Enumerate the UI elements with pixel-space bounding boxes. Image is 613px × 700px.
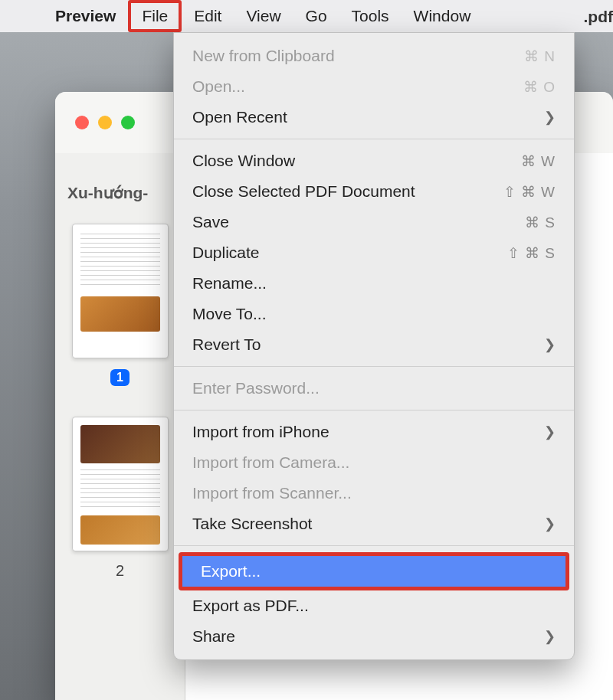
chevron-right-icon: ❯ <box>544 628 556 645</box>
menu-shortcut: ⇧ ⌘ W <box>503 183 556 201</box>
menubar-item-tools[interactable]: Tools <box>339 0 402 32</box>
menu-label: Open Recent <box>192 108 287 126</box>
thumbnail-sidebar: Xu-hướng- 1 2 <box>55 153 185 700</box>
export-highlight-annotation: Export... <box>179 552 569 590</box>
menu-item-open-recent[interactable]: Open Recent ❯ <box>174 102 574 132</box>
menubar-item-file[interactable]: File <box>128 0 182 32</box>
menu-label: Rename... <box>192 274 267 293</box>
chevron-right-icon: ❯ <box>544 515 556 532</box>
menu-item-open: Open... ⌘ O <box>174 71 574 102</box>
menu-item-duplicate[interactable]: Duplicate ⇧ ⌘ S <box>174 237 574 268</box>
menu-item-import-from-iphone[interactable]: Import from iPhone ❯ <box>174 417 574 447</box>
menu-item-enter-password: Enter Password... <box>174 373 574 404</box>
menu-label: Save <box>192 213 229 231</box>
menu-item-close-selected-pdf[interactable]: Close Selected PDF Document ⇧ ⌘ W <box>174 176 574 207</box>
menubar-item-go[interactable]: Go <box>293 0 339 32</box>
menu-separator <box>174 410 574 411</box>
menubar-item-view[interactable]: View <box>234 0 293 32</box>
chevron-right-icon: ❯ <box>544 336 556 353</box>
menu-shortcut: ⌘ O <box>523 78 556 96</box>
menu-item-take-screenshot[interactable]: Take Screenshot ❯ <box>174 509 574 539</box>
page-number-label: 2 <box>116 562 124 580</box>
menu-item-share[interactable]: Share ❯ <box>174 621 574 652</box>
minimize-window-button[interactable] <box>98 116 112 129</box>
sidebar-document-title: Xu-hướng- <box>55 184 148 202</box>
window-controls <box>75 116 135 129</box>
thumbnail-image-preview <box>80 515 160 545</box>
zoom-window-button[interactable] <box>121 116 135 129</box>
menu-item-revert-to[interactable]: Revert To ❯ <box>174 329 574 360</box>
menu-shortcut: ⇧ ⌘ S <box>507 244 556 262</box>
chevron-right-icon: ❯ <box>544 109 556 126</box>
menu-label: Close Window <box>192 152 295 170</box>
menu-item-rename[interactable]: Rename... <box>174 268 574 299</box>
menu-item-save[interactable]: Save ⌘ S <box>174 207 574 237</box>
menu-label: Take Screenshot <box>192 515 312 533</box>
menu-label: Export... <box>201 562 261 581</box>
chevron-right-icon: ❯ <box>544 424 556 440</box>
menu-item-move-to[interactable]: Move To... <box>174 299 574 329</box>
menu-separator <box>174 139 574 139</box>
menu-label: Revert To <box>192 335 261 354</box>
page-number-badge-selected: 1 <box>110 369 129 386</box>
thumbnail-text-preview <box>80 234 160 287</box>
menu-shortcut: ⌘ W <box>521 152 556 170</box>
thumbnail-text-preview <box>80 469 160 511</box>
menu-item-close-window[interactable]: Close Window ⌘ W <box>174 146 574 176</box>
menu-label: Open... <box>192 77 245 96</box>
file-menu-dropdown: New from Clipboard ⌘ N Open... ⌘ O Open … <box>173 32 575 660</box>
close-window-button[interactable] <box>75 116 89 129</box>
menu-shortcut: ⌘ N <box>524 47 556 65</box>
menu-label: Import from Camera... <box>192 453 349 472</box>
menu-label: New from Clipboard <box>192 47 335 65</box>
menu-item-export-as-pdf[interactable]: Export as PDF... <box>174 590 574 621</box>
menubar-item-edit[interactable]: Edit <box>182 0 234 32</box>
menu-label: Import from iPhone <box>192 423 329 441</box>
menu-item-import-from-scanner: Import from Scanner... <box>174 478 574 509</box>
menu-separator <box>174 366 574 367</box>
menu-label: Move To... <box>192 305 267 323</box>
menu-item-new-from-clipboard: New from Clipboard ⌘ N <box>174 41 574 71</box>
menu-label: Share <box>192 627 235 646</box>
menu-item-export[interactable]: Export... <box>182 556 565 587</box>
page-thumbnail-2[interactable] <box>72 417 169 551</box>
thumbnail-image-preview <box>80 296 160 332</box>
window-title-fragment: .pdf <box>584 8 613 26</box>
menu-label: Duplicate <box>192 244 260 262</box>
menu-label: Close Selected PDF Document <box>192 182 415 201</box>
menu-shortcut: ⌘ S <box>525 214 556 231</box>
menu-item-import-from-camera: Import from Camera... <box>174 447 574 478</box>
thumbnail-image-preview <box>80 425 160 463</box>
menubar-app-name[interactable]: Preview <box>43 0 128 32</box>
menu-separator <box>174 545 574 546</box>
menubar-item-window[interactable]: Window <box>402 0 484 32</box>
menu-label: Import from Scanner... <box>192 484 352 502</box>
menu-label: Export as PDF... <box>192 597 309 615</box>
menubar: Preview File Edit View Go Tools Window <box>0 0 613 32</box>
menu-label: Enter Password... <box>192 379 320 397</box>
page-thumbnail-1[interactable] <box>72 224 169 358</box>
